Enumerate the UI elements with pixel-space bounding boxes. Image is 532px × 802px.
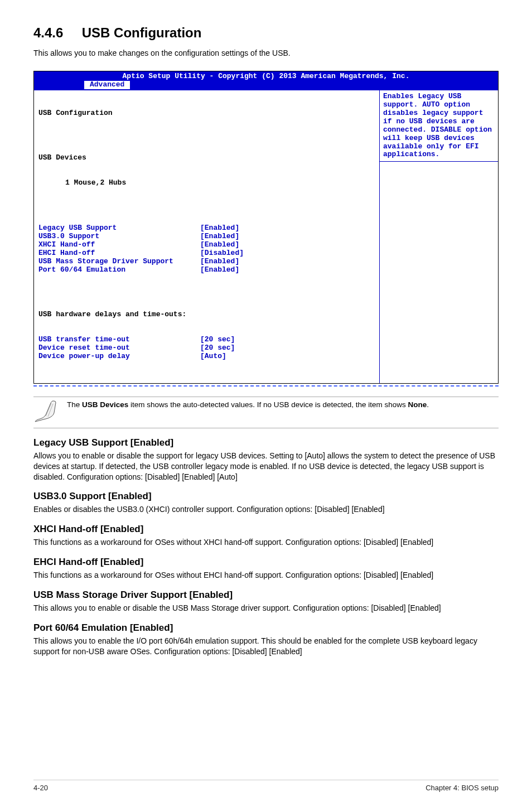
bios-timeout-label: USB transfer time-out [38,336,200,344]
tear-line [33,385,499,386]
bios-panel-title: USB Configuration [38,109,375,118]
section-intro: This allows you to make changes on the c… [33,49,499,57]
option-title: USB Mass Storage Driver Support [Enabled… [33,590,499,601]
option-description: This allows you to enable the I/O port 6… [33,636,499,657]
bios-setting-label: Legacy USB Support [38,224,200,233]
bios-help-divider [380,161,498,162]
bios-setting-label: EHCI Hand-off [38,249,200,258]
option-description: Allows you to enable or disable the supp… [33,451,499,482]
footer-page-number: 4-20 [33,784,48,792]
bios-timeout-value: [Auto] [200,352,226,361]
bios-setting-label: XHCI Hand-off [38,241,200,249]
bios-setting-label: USB Mass Storage Driver Support [38,258,200,266]
bios-setting-label: USB3.0 Support [38,233,200,241]
bios-devices-label: USB Devices [38,154,375,162]
bios-tabbar: Advanced [34,81,498,89]
option-description: This allows you to enable or disable the… [33,603,499,613]
section-heading: 4.4.6 USB Configuration [33,25,499,41]
bios-help-panel: Enables Legacy USB support. AUTO option … [380,90,498,383]
option-description: This functions as a workaround for OSes … [33,537,499,548]
bios-setting-label: Port 60/64 Emulation [38,266,200,274]
bios-setting-value: [Enabled] [200,266,239,274]
note-text-part: . [427,400,429,409]
option-description: Enables or disables the USB3.0 (XHCI) co… [33,504,499,515]
bios-header: Aptio Setup Utility - Copyright (C) 2013… [34,71,498,90]
bios-setting-row: EHCI Hand-off[Disabled] [38,249,375,258]
option-description: This functions as a workaround for OSes … [33,570,499,581]
bios-timeout-label: Device power-up delay [38,352,200,361]
bios-setting-row: XHCI Hand-off[Enabled] [38,241,375,249]
note-bold-devices: USB Devices [82,400,128,409]
bios-setting-value: [Enabled] [200,224,239,233]
option-title: EHCI Hand-off [Enabled] [33,557,499,568]
bios-setting-value: [Disabled] [200,249,244,258]
bios-tab-advanced: Advanced [84,81,130,89]
note-icon [33,399,57,424]
note-text-part: The [67,400,82,409]
option-title: Port 60/64 Emulation [Enabled] [33,622,499,634]
bios-setting-value: [Enabled] [200,233,239,241]
bios-devices-value: 1 Mouse,2 Hubs [38,179,375,187]
bios-timeout-value: [20 sec] [200,336,235,344]
bios-setting-value: [Enabled] [200,258,239,266]
bios-setting-row: USB Mass Storage Driver Support[Enabled] [38,258,375,266]
bios-timeouts-header: USB hardware delays and time-outs: [38,311,375,319]
bios-timeout-row: Device power-up delay[Auto] [38,352,375,361]
bios-body: USB Configuration USB Devices 1 Mouse,2 … [34,90,498,383]
bios-header-title: Aptio Setup Utility - Copyright (C) 2013… [34,73,498,81]
note-text: The USB Devices item shows the auto-dete… [67,399,429,409]
bios-timeout-label: Device reset time-out [38,344,200,352]
bios-timeout-row: Device reset time-out[20 sec] [38,344,375,352]
bios-setting-row: Legacy USB Support[Enabled] [38,224,375,233]
section-number: 4.4.6 [33,25,63,40]
note-bold-none: None [408,400,427,409]
note-text-part: item shows the auto-detected values. If … [128,400,408,409]
bios-timeout-value: [20 sec] [200,344,235,352]
option-title: Legacy USB Support [Enabled] [33,437,499,448]
footer-chapter: Chapter 4: BIOS setup [425,784,499,792]
bios-screenshot: Aptio Setup Utility - Copyright (C) 2013… [33,71,499,384]
note-box: The USB Devices item shows the auto-dete… [33,397,499,428]
option-title: XHCI Hand-off [Enabled] [33,524,499,535]
bios-help-text: Enables Legacy USB support. AUTO option … [383,93,495,160]
bios-timeout-row: USB transfer time-out[20 sec] [38,336,375,344]
bios-setting-value: [Enabled] [200,241,239,249]
bios-setting-row: Port 60/64 Emulation[Enabled] [38,266,375,274]
page-footer: 4-20 Chapter 4: BIOS setup [33,780,499,792]
bios-left-panel: USB Configuration USB Devices 1 Mouse,2 … [34,90,380,383]
option-title: USB3.0 Support [Enabled] [33,491,499,502]
section-title-text: USB Configuration [82,25,202,40]
bios-setting-row: USB3.0 Support[Enabled] [38,233,375,241]
